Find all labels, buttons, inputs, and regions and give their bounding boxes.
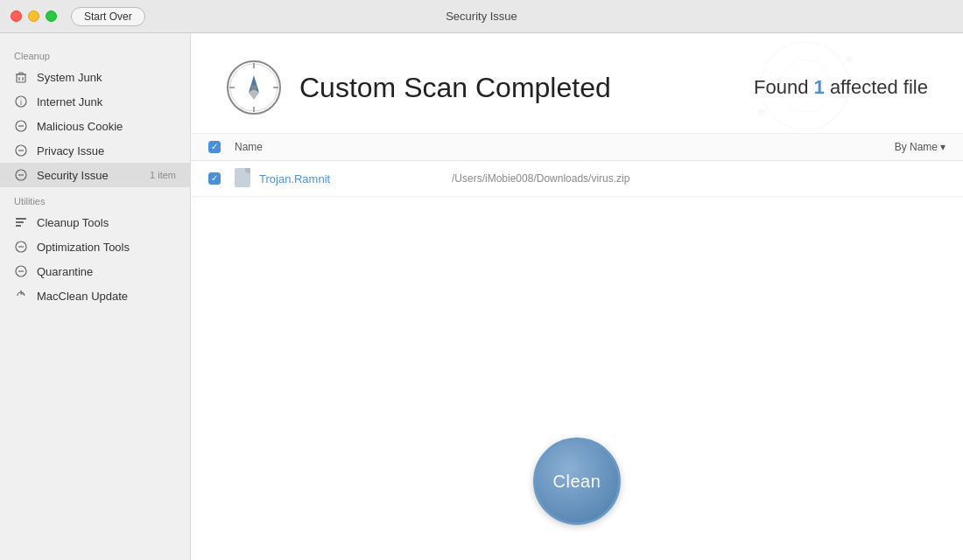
file-list-area: Name By Name ▾ Trojan.Ramnit /Users/iMob… [191,134,963,385]
titlebar: Start Over Security Issue [0,0,963,33]
sidebar-item-privacy-issue[interactable]: Privacy Issue [0,138,190,163]
clean-button-area: Clean [191,385,963,560]
start-over-button[interactable]: Start Over [71,7,145,26]
svg-rect-0 [17,74,25,82]
trash-icon [14,70,28,84]
maximize-button[interactable] [46,10,57,22]
scan-title: Custom Scan Completed [299,72,611,104]
svg-rect-11 [16,218,26,220]
sidebar-item-macclean-update[interactable]: MacClean Update [0,284,190,308]
clean-button[interactable]: Clean [533,438,621,525]
sidebar-item-cleanup-tools-label: Cleanup Tools [37,216,109,229]
found-text: Found 1 affected file [754,76,928,99]
svg-point-36 [251,85,257,90]
svg-rect-12 [16,221,24,223]
sidebar-item-privacy-issue-label: Privacy Issue [37,144,104,158]
sidebar-item-security-issue[interactable]: Security Issue 1 item [0,163,190,187]
app-body: Cleanup System Junk i Internet Junk [0,33,963,560]
update-icon [14,289,28,303]
header-name-label: Name [235,141,895,153]
security-icon [14,168,28,182]
quarantine-icon [14,264,28,278]
info-icon: i [14,94,28,108]
privacy-icon [14,144,28,158]
titlebar-title: Security Issue [446,10,517,23]
sidebar-item-quarantine[interactable]: Quarantine [0,259,190,284]
header-left: Custom Scan Completed [226,60,611,116]
header-check-col [208,141,235,153]
utilities-section-label: Utilities [0,187,190,210]
cleanup-tools-icon [14,215,28,229]
chevron-down-icon: ▾ [940,141,945,153]
row-check-col [208,172,235,185]
svg-point-24 [757,108,764,116]
sidebar-item-quarantine-label: Quarantine [37,265,93,278]
sidebar-item-security-issue-label: Security Issue [37,169,109,182]
compass-icon [226,60,282,116]
row-checkbox[interactable] [208,172,221,185]
sidebar-item-optimization-tools[interactable]: Optimization Tools [0,234,190,259]
close-button[interactable] [11,10,22,22]
optimization-icon [14,240,28,254]
sidebar-item-system-junk-label: System Junk [37,71,102,84]
scan-header: Custom Scan Completed Found 1 affected f… [191,33,963,134]
cookie-icon [14,119,28,133]
sidebar-item-malicious-cookie-label: Malicious Cookie [37,120,123,133]
sidebar-item-optimization-tools-label: Optimization Tools [37,241,130,254]
table-row: Trojan.Ramnit /Users/iMobie008/Downloads… [191,161,963,197]
sidebar-item-system-junk[interactable]: System Junk [0,65,190,89]
svg-text:i: i [20,98,22,107]
select-all-checkbox[interactable] [208,141,221,153]
minimize-button[interactable] [28,10,39,22]
sort-button[interactable]: By Name ▾ [895,141,945,153]
sidebar-item-cleanup-tools[interactable]: Cleanup Tools [0,210,190,234]
main-content: Custom Scan Completed Found 1 affected f… [191,33,963,560]
list-header: Name By Name ▾ [191,134,963,161]
security-issue-badge: 1 item [150,170,176,180]
svg-point-23 [846,56,853,63]
sidebar-item-internet-junk[interactable]: i Internet Junk [0,89,190,114]
file-name: Trojan.Ramnit [259,172,434,186]
file-path: /Users/iMobie008/Downloads/virus.zip [452,172,629,185]
sidebar: Cleanup System Junk i Internet Junk [0,33,191,560]
cleanup-section-label: Cleanup [0,42,190,65]
sidebar-item-malicious-cookie[interactable]: Malicious Cookie [0,114,190,138]
window-controls [0,10,57,22]
file-icon [235,168,252,189]
sidebar-item-macclean-update-label: MacClean Update [37,290,128,303]
sidebar-item-internet-junk-label: Internet Junk [37,95,102,108]
svg-rect-13 [16,225,21,227]
